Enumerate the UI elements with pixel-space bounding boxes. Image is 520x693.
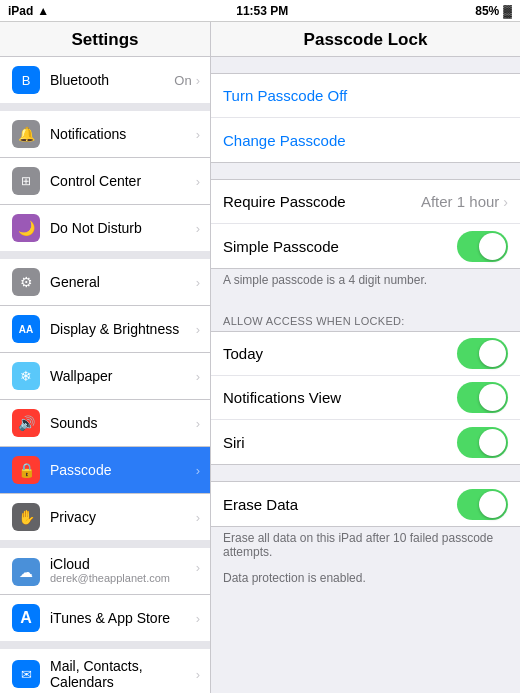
status-time: 11:53 PM — [236, 4, 288, 18]
bluetooth-value: On — [174, 73, 191, 88]
change-passcode-label: Change Passcode — [223, 132, 508, 149]
top-buttons-section: Turn Passcode Off Change Passcode — [211, 73, 520, 163]
allow-access-section: ALLOW ACCESS WHEN LOCKED: Today Notifica… — [211, 311, 520, 465]
sidebar-item-control-center[interactable]: ⊞ Control Center › — [0, 158, 210, 205]
sidebar-item-display-brightness[interactable]: AA Display & Brightness › — [0, 306, 210, 353]
status-bar: iPad ▲ 11:53 PM 85% ▓ — [0, 0, 520, 22]
sidebar-item-sounds[interactable]: 🔊 Sounds › — [0, 400, 210, 447]
bluetooth-label: Bluetooth — [50, 72, 174, 88]
sidebar-item-general[interactable]: ⚙ General › — [0, 259, 210, 306]
sidebar-item-do-not-disturb[interactable]: 🌙 Do Not Disturb › — [0, 205, 210, 259]
sidebar-item-passcode[interactable]: 🔒 Passcode › — [0, 447, 210, 494]
status-right: 85% ▓ — [475, 4, 512, 18]
simple-passcode-label: Simple Passcode — [223, 238, 457, 255]
wifi-icon: ▲ — [37, 4, 49, 18]
allow-access-group: Today Notifications View Siri — [211, 331, 520, 465]
top-buttons-group: Turn Passcode Off Change Passcode — [211, 73, 520, 163]
require-passcode-group: Require Passcode After 1 hour › Simple P… — [211, 179, 520, 269]
sidebar-item-bluetooth[interactable]: B Bluetooth On › — [0, 57, 210, 111]
sidebar-item-wallpaper[interactable]: ❄ Wallpaper › — [0, 353, 210, 400]
icloud-email: derek@theapplanet.com — [50, 572, 196, 584]
require-passcode-section: Require Passcode After 1 hour › Simple P… — [211, 179, 520, 295]
siri-row[interactable]: Siri — [211, 420, 520, 464]
display-brightness-icon: AA — [12, 315, 40, 343]
today-row[interactable]: Today — [211, 332, 520, 376]
itunes-label: iTunes & App Store — [50, 610, 196, 626]
require-passcode-value: After 1 hour — [421, 193, 499, 210]
sidebar-item-itunes[interactable]: A iTunes & App Store › — [0, 595, 210, 649]
erase-data-group: Erase Data — [211, 481, 520, 527]
siri-label: Siri — [223, 434, 457, 451]
turn-passcode-off-button[interactable]: Turn Passcode Off — [211, 74, 520, 118]
sidebar-item-privacy[interactable]: ✋ Privacy › — [0, 494, 210, 548]
battery-label: 85% — [475, 4, 499, 18]
change-passcode-button[interactable]: Change Passcode — [211, 118, 520, 162]
privacy-label: Privacy — [50, 509, 196, 525]
erase-data-label: Erase Data — [223, 496, 457, 513]
device-label: iPad — [8, 4, 33, 18]
siri-toggle[interactable] — [457, 427, 508, 458]
require-passcode-label: Require Passcode — [223, 193, 421, 210]
general-label: General — [50, 274, 196, 290]
display-brightness-label: Display & Brightness — [50, 321, 196, 337]
icloud-icon: ☁ — [12, 558, 40, 586]
passcode-icon: 🔒 — [12, 456, 40, 484]
passcode-label: Passcode — [50, 462, 196, 478]
simple-passcode-note: A simple passcode is a 4 digit number. — [211, 269, 520, 295]
detail-title: Passcode Lock — [211, 22, 520, 57]
wallpaper-icon: ❄ — [12, 362, 40, 390]
erase-data-section: Erase Data Erase all data on this iPad a… — [211, 481, 520, 593]
itunes-icon: A — [12, 604, 40, 632]
today-label: Today — [223, 345, 457, 362]
sidebar-title: Settings — [0, 22, 210, 57]
require-passcode-arrow: › — [503, 194, 508, 210]
main-layout: Settings B Bluetooth On › 🔔 Notification… — [0, 22, 520, 693]
simple-passcode-toggle[interactable] — [457, 231, 508, 262]
sounds-icon: 🔊 — [12, 409, 40, 437]
do-not-disturb-label: Do Not Disturb — [50, 220, 196, 236]
sidebar-item-mail[interactable]: ✉ Mail, Contacts, Calendars › — [0, 649, 210, 693]
simple-passcode-row[interactable]: Simple Passcode — [211, 224, 520, 268]
sidebar-item-notifications[interactable]: 🔔 Notifications › — [0, 111, 210, 158]
allow-access-label: ALLOW ACCESS WHEN LOCKED: — [211, 311, 520, 331]
detail-panel: Passcode Lock Turn Passcode Off Change P… — [211, 22, 520, 693]
notifications-view-label: Notifications View — [223, 389, 457, 406]
sidebar-item-icloud[interactable]: ☁ iCloud derek@theapplanet.com › — [0, 548, 210, 595]
status-left: iPad ▲ — [8, 4, 49, 18]
do-not-disturb-icon: 🌙 — [12, 214, 40, 242]
control-center-label: Control Center — [50, 173, 196, 189]
general-icon: ⚙ — [12, 268, 40, 296]
erase-data-row[interactable]: Erase Data — [211, 482, 520, 526]
sidebar: Settings B Bluetooth On › 🔔 Notification… — [0, 22, 211, 693]
mail-icon: ✉ — [12, 660, 40, 688]
erase-data-note1: Erase all data on this iPad after 10 fai… — [211, 527, 520, 567]
today-toggle[interactable] — [457, 338, 508, 369]
mail-label: Mail, Contacts, Calendars — [50, 658, 196, 690]
notifications-icon: 🔔 — [12, 120, 40, 148]
notifications-label: Notifications — [50, 126, 196, 142]
battery-icon: ▓ — [503, 4, 512, 18]
erase-data-toggle[interactable] — [457, 489, 508, 520]
turn-passcode-off-label: Turn Passcode Off — [223, 87, 508, 104]
wallpaper-label: Wallpaper — [50, 368, 196, 384]
erase-data-note2: Data protection is enabled. — [211, 567, 520, 593]
sounds-label: Sounds — [50, 415, 196, 431]
notifications-view-row[interactable]: Notifications View — [211, 376, 520, 420]
bluetooth-icon: B — [12, 66, 40, 94]
notifications-view-toggle[interactable] — [457, 382, 508, 413]
control-center-icon: ⊞ — [12, 167, 40, 195]
privacy-icon: ✋ — [12, 503, 40, 531]
icloud-label: iCloud — [50, 556, 196, 572]
require-passcode-row[interactable]: Require Passcode After 1 hour › — [211, 180, 520, 224]
